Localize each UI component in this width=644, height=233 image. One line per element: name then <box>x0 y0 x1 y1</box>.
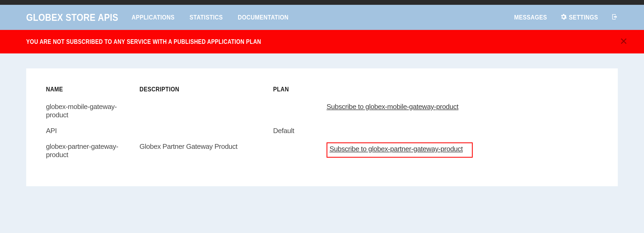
cell-description: Globex Partner Gateway Product <box>135 139 269 163</box>
nav-statistics[interactable]: STATISTICS <box>189 14 223 21</box>
close-icon <box>620 37 627 46</box>
plans-card: NAME DESCRIPTION PLAN globex-mobile-gate… <box>42 83 518 163</box>
alert-banner: YOU ARE NOT SUBSCRIBED TO ANY SERVICE WI… <box>0 30 644 53</box>
browser-top-bar <box>0 0 644 5</box>
subscribe-link[interactable]: Subscribe to globex-mobile-gateway-produ… <box>327 103 459 111</box>
nav-logout[interactable] <box>611 14 618 21</box>
plans-table: NAME DESCRIPTION PLAN globex-mobile-gate… <box>42 83 518 163</box>
table-row: API Default <box>42 123 518 139</box>
cell-name: globex-mobile-gateway-product <box>42 99 135 123</box>
highlight-box: Subscribe to globex-partner-gateway-prod… <box>327 142 473 158</box>
col-header-description: DESCRIPTION <box>135 83 269 99</box>
nav-right: MESSAGES SETTINGS <box>514 14 618 21</box>
alert-close-button[interactable] <box>619 37 628 46</box>
content-area: NAME DESCRIPTION PLAN globex-mobile-gate… <box>0 53 644 186</box>
table-row: globex-partner-gateway-product Globex Pa… <box>42 139 518 163</box>
subscribe-link[interactable]: Subscribe to globex-partner-gateway-prod… <box>329 145 463 153</box>
logout-icon <box>611 14 618 21</box>
cell-description <box>135 99 269 123</box>
cell-plan <box>269 99 322 123</box>
alert-message: YOU ARE NOT SUBSCRIBED TO ANY SERVICE WI… <box>26 39 261 45</box>
cell-name: globex-partner-gateway-product <box>42 139 135 163</box>
nav-documentation[interactable]: DOCUMENTATION <box>238 14 289 21</box>
cell-subscribe: Subscribe to globex-mobile-gateway-produ… <box>322 99 518 123</box>
cell-description <box>135 123 269 139</box>
cell-plan: Default <box>269 123 322 139</box>
cell-subscribe: Subscribe to globex-partner-gateway-prod… <box>322 139 518 163</box>
gear-icon <box>560 14 567 21</box>
outer-card: NAME DESCRIPTION PLAN globex-mobile-gate… <box>26 68 618 186</box>
cell-subscribe <box>322 123 518 139</box>
col-header-plan: PLAN <box>269 83 322 99</box>
nav-messages[interactable]: MESSAGES <box>514 14 547 21</box>
table-row: globex-mobile-gateway-product Subscribe … <box>42 99 518 123</box>
cell-name: API <box>42 123 135 139</box>
col-header-name: NAME <box>42 83 135 99</box>
nav-applications[interactable]: APPLICATIONS <box>132 14 175 21</box>
main-nav-header: GLOBEX STORE APIS APPLICATIONS STATISTIC… <box>0 5 644 30</box>
brand-logo[interactable]: GLOBEX STORE APIS <box>26 13 118 22</box>
cell-plan <box>269 139 322 163</box>
primary-nav: APPLICATIONS STATISTICS DOCUMENTATION <box>132 14 289 21</box>
nav-settings[interactable]: SETTINGS <box>560 14 598 21</box>
